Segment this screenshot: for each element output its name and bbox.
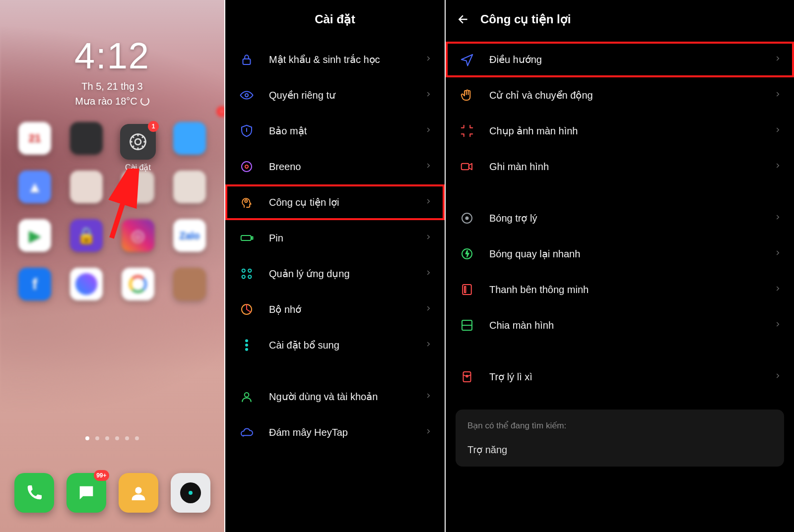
settings-row-navigate[interactable]: Điều hướng [446,42,794,77]
settings-row-red-envelope[interactable]: Trợ lý lì xì [446,359,794,395]
settings-row-storage-pie[interactable]: Bộ nhớ [225,292,445,327]
app-blurred[interactable] [119,268,157,303]
chevron-right-icon [425,426,432,439]
gear-icon [128,131,148,152]
page-indicator[interactable] [0,436,224,440]
camera-app[interactable] [171,473,210,513]
row-label: Bảo mật [269,125,425,137]
row-label: Bóng quay lại nhanh [489,248,774,260]
app-blurred[interactable]: Zalo• [170,219,209,255]
screenshot-icon [459,122,475,139]
app-blurred[interactable]: ▲ [15,171,54,206]
split-icon [459,317,475,334]
row-label: Điều hướng [489,54,774,65]
storage-pie-icon [238,301,255,318]
search-suggestion-term: Trợ năng [467,444,772,456]
app-blurred[interactable] [67,122,106,158]
refresh-icon[interactable] [140,97,149,106]
contacts-app[interactable] [119,473,158,513]
chevron-right-icon [774,53,781,66]
settings-row-lock[interactable]: Mật khẩu & sinh trắc học [225,42,445,77]
chevron-right-icon [774,247,781,260]
svg-point-18 [246,340,248,342]
app-blurred[interactable]: 21 [15,122,54,158]
settings-row-apps[interactable]: Quản lý ứng dụng [225,256,445,292]
settings-row-record[interactable]: Ghi màn hình [446,149,794,184]
row-label: Trợ lý lì xì [489,371,774,383]
settings-app[interactable]: 1 Cài đặt [117,124,159,172]
search-suggestion-box[interactable]: Bạn có thể đang tìm kiếm: Trợ năng [456,410,784,467]
phone-app[interactable] [14,473,54,513]
svg-point-7 [245,94,248,97]
svg-point-0 [135,139,141,145]
navigate-icon [459,51,475,68]
settings-row-shield[interactable]: Bảo mật [225,113,445,149]
svg-point-10 [245,200,247,202]
clock-date: Th 5, 21 thg 3 [0,81,224,92]
svg-rect-27 [464,287,466,293]
settings-row-user[interactable]: Người dùng và tài khoản [225,379,445,414]
svg-point-4 [89,490,92,492]
annotation-arrow [102,169,141,243]
settings-row-more-dots[interactable]: Cài đặt bổ sung [225,327,445,363]
settings-row-sidebar[interactable]: Thanh bên thông minh [446,272,794,307]
messages-app[interactable]: 99+ [66,473,106,513]
group-separator [446,184,794,200]
settings-badge: 1 [148,121,159,132]
settings-row-assistive-ball[interactable]: Bóng trợ lý [446,200,794,236]
settings-row-eye[interactable]: Quyền riêng tư [225,77,445,113]
svg-point-15 [242,275,245,278]
chevron-right-icon [774,124,781,137]
row-label: Bộ nhớ [269,303,425,315]
more-dots-icon [238,337,255,354]
chevron-right-icon [425,390,432,403]
circle-icon [238,158,255,175]
back-button[interactable] [457,12,470,26]
chevron-right-icon [774,370,781,383]
app-blurred[interactable] [67,171,106,206]
app-blurred[interactable] [170,171,209,206]
app-blurred[interactable]: ▶ [15,219,54,255]
settings-row-split[interactable]: Chia màn hình [446,307,794,343]
settings-list: Mật khẩu & sinh trắc học Quyền riêng tư … [225,39,445,453]
svg-point-3 [86,490,88,492]
settings-row-hand[interactable]: Cử chỉ và chuyển động [446,77,794,113]
row-label: Chụp ảnh màn hình [489,125,774,137]
cloud-icon [238,424,255,441]
app-blurred[interactable] [170,122,209,158]
row-label: Bóng trợ lý [489,212,774,224]
svg-point-1 [131,134,146,150]
settings-row-circle[interactable]: Breeno [225,149,445,184]
chevron-right-icon [774,212,781,225]
chevron-right-icon [425,124,432,137]
svg-point-20 [246,349,248,351]
app-blurred[interactable] [170,268,209,303]
row-label: Pin [269,233,425,244]
svg-point-14 [248,269,251,272]
chevron-right-icon [425,303,432,316]
settings-row-cloud[interactable]: Đám mây HeyTap [225,414,445,450]
app-blurred[interactable] [67,268,106,303]
tools-list: Điều hướng Cử chỉ và chuyển động Chụp ản… [446,39,794,398]
app-blurred[interactable]: f [15,268,54,303]
hand-icon [459,87,475,104]
svg-rect-22 [462,164,469,170]
settings-row-screenshot[interactable]: Chụp ảnh màn hình [446,113,794,149]
svg-point-5 [135,487,141,493]
tools-title: Công cụ tiện lợi [480,12,571,26]
settings-row-tools-head[interactable]: Công cụ tiện lợi [225,184,445,220]
chevron-right-icon [425,232,432,244]
row-label: Quản lý ứng dụng [269,268,425,280]
clock-time: 4:12 [0,35,224,77]
settings-row-battery[interactable]: Pin [225,220,445,256]
chevron-right-icon [774,319,781,332]
svg-point-13 [242,269,245,272]
svg-rect-6 [243,59,251,64]
svg-point-21 [245,393,249,397]
app-blurred[interactable]: 🔒 [67,219,106,255]
group-separator [446,343,794,359]
tools-header: Công cụ tiện lợi [446,0,794,39]
svg-point-9 [245,165,248,168]
battery-icon [238,230,255,246]
settings-row-flash-ball[interactable]: Bóng quay lại nhanh [446,236,794,272]
